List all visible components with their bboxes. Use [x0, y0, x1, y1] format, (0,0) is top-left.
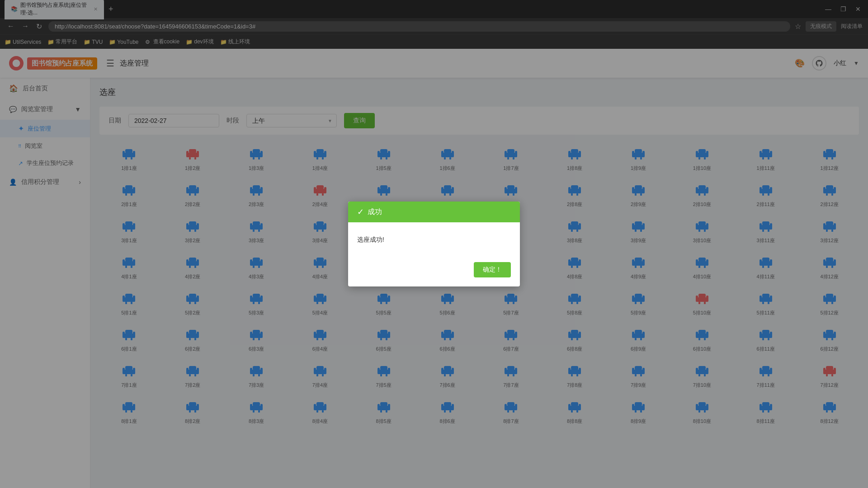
- modal-message: 选座成功!: [357, 236, 511, 244]
- success-icon: ✓: [357, 207, 364, 217]
- modal-title: 成功: [368, 207, 382, 217]
- modal-overlay: ✓ 成功 选座成功! 确定！: [0, 0, 868, 488]
- modal-confirm-btn[interactable]: 确定！: [474, 262, 511, 277]
- modal-header: ✓ 成功: [348, 202, 520, 222]
- modal-footer: 确定！: [348, 258, 520, 286]
- modal-body: 选座成功!: [348, 222, 520, 258]
- success-modal: ✓ 成功 选座成功! 确定！: [348, 202, 520, 286]
